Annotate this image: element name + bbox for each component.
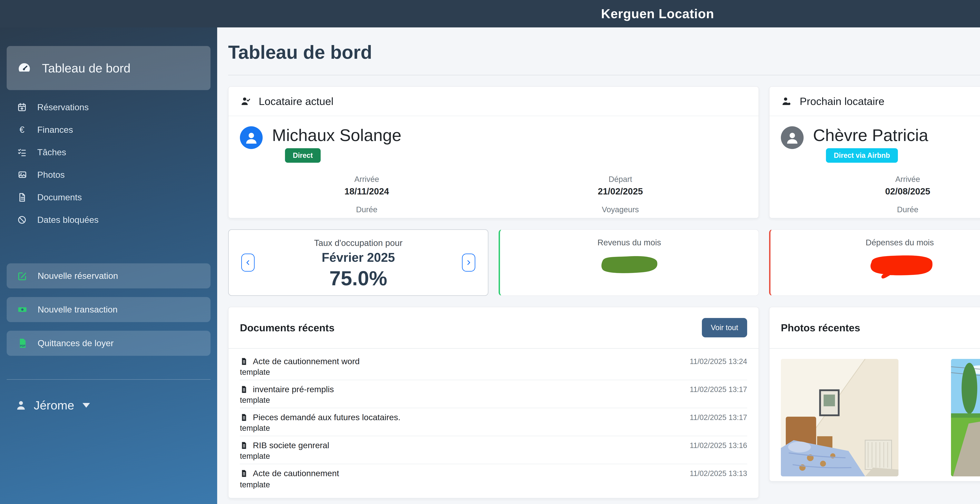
user-icon bbox=[15, 399, 27, 411]
occupancy-card: Taux d'occupation pour Février 2025 75.0… bbox=[228, 229, 488, 296]
checklist-icon bbox=[17, 147, 27, 157]
file-icon bbox=[240, 469, 248, 477]
document-row[interactable]: inventaire pré-remplis 11/02/2025 13:17 … bbox=[240, 380, 747, 408]
document-row[interactable]: Pieces demandé aux futures locataires. 1… bbox=[240, 408, 747, 436]
tenants-row: Locataire actuel Michaux Solange Direct bbox=[228, 86, 980, 218]
gauge-icon bbox=[17, 61, 32, 76]
document-row[interactable]: RIB societe genreral 11/02/2025 13:16 te… bbox=[240, 436, 747, 464]
pencil-square-icon bbox=[17, 270, 28, 281]
documents-header: Documents récents Voir tout bbox=[229, 307, 759, 349]
tenant-name: Chèvre Patricia bbox=[813, 126, 928, 144]
user-next-icon bbox=[781, 95, 792, 107]
sidebar-item-label: Dates bloquées bbox=[37, 215, 99, 225]
user-name: Jérome bbox=[34, 398, 74, 412]
sidebar-item-tableau-de-bord[interactable]: Tableau de bord bbox=[7, 46, 210, 90]
revenue-card: Revenus du mois bbox=[499, 229, 759, 296]
new-transaction-button[interactable]: Nouvelle transaction bbox=[7, 297, 210, 322]
occupancy-value: 75.0% bbox=[229, 267, 488, 290]
sidebar-divider bbox=[7, 379, 210, 380]
document-date: 11/02/2025 13:13 bbox=[690, 469, 747, 478]
title-divider bbox=[228, 75, 980, 75]
sidebar-nav: Tableau de bord Réservations € Finances … bbox=[0, 46, 217, 231]
stat-title: Revenus du mois bbox=[500, 238, 759, 247]
euro-icon: € bbox=[17, 125, 27, 135]
app-title: Kerguen Location bbox=[601, 6, 714, 21]
sidebar-item-label: Tableau de bord bbox=[42, 61, 130, 75]
photos-header: Photos récentes Voir tout bbox=[770, 307, 980, 349]
field-duree: Durée 14 nuits bbox=[781, 205, 980, 218]
current-tenant-body: Michaux Solange Direct Arrivée 18/11/202… bbox=[229, 116, 759, 218]
calendar-plus-icon bbox=[17, 102, 27, 113]
file-icon bbox=[240, 413, 248, 422]
sidebar-item-label: Photos bbox=[37, 170, 65, 180]
channel-badge: Direct via Airbnb bbox=[826, 148, 898, 163]
file-icon bbox=[240, 441, 248, 450]
current-tenant-card: Locataire actuel Michaux Solange Direct bbox=[228, 86, 759, 218]
redacted-value-scribble bbox=[867, 254, 933, 281]
app-root: Kerguen Location Tableau de bord Réserva… bbox=[0, 0, 980, 504]
new-reservation-button[interactable]: Nouvelle réservation bbox=[7, 263, 210, 288]
document-row[interactable]: Acte de cautionnement 11/02/2025 13:13 t… bbox=[240, 464, 747, 492]
sidebar-item-photos[interactable]: Photos bbox=[7, 163, 210, 186]
rent-receipts-button[interactable]: PDF Quittances de loyer bbox=[7, 331, 210, 356]
svg-text:€: € bbox=[19, 125, 24, 135]
chevron-down-icon bbox=[83, 403, 90, 408]
pdf-file-icon: PDF bbox=[17, 338, 28, 349]
prev-month-button[interactable] bbox=[241, 254, 255, 272]
document-date: 11/02/2025 13:17 bbox=[690, 385, 747, 394]
topbar: Kerguen Location bbox=[0, 0, 980, 27]
photo-garden[interactable] bbox=[951, 359, 980, 476]
next-tenant-body: Chèvre Patricia Direct via Airbnb Arrivé… bbox=[770, 116, 980, 218]
next-tenant-card: Prochain locataire Chèvre Patricia Direc… bbox=[769, 86, 980, 218]
action-label: Nouvelle réservation bbox=[38, 271, 118, 281]
sidebar-actions: Nouvelle réservation Nouvelle transactio… bbox=[0, 263, 217, 356]
document-name: inventaire pré-remplis bbox=[253, 385, 334, 394]
sidebar-item-label: Tâches bbox=[37, 147, 66, 157]
document-name: Acte de cautionnement word bbox=[253, 357, 360, 366]
sidebar-item-documents[interactable]: Documents bbox=[7, 186, 210, 209]
main-content: Tableau de bord Locataire actuel bbox=[217, 27, 980, 504]
occupancy-month: Février 2025 bbox=[229, 250, 488, 265]
field-duree: Durée 95 nuits bbox=[240, 205, 493, 218]
sidebar: Tableau de bord Réservations € Finances … bbox=[0, 27, 217, 504]
document-date: 11/02/2025 13:24 bbox=[690, 357, 747, 366]
file-icon bbox=[240, 385, 248, 393]
sidebar-item-dates-bloquees[interactable]: Dates bloquées bbox=[7, 209, 210, 231]
document-name: Pieces demandé aux futures locataires. bbox=[253, 412, 401, 422]
photo-bedroom[interactable] bbox=[781, 359, 899, 476]
avatar bbox=[781, 126, 803, 149]
blocked-icon bbox=[17, 215, 27, 225]
card-title: Locataire actuel bbox=[259, 95, 333, 107]
recent-photos-card: Photos récentes Voir tout bbox=[769, 307, 980, 482]
sidebar-item-finances[interactable]: € Finances bbox=[7, 119, 210, 141]
document-name: RIB societe genreral bbox=[253, 441, 329, 450]
tenant-name: Michaux Solange bbox=[272, 126, 401, 144]
occupancy-title: Taux d'occupation pour bbox=[229, 238, 488, 248]
user-menu[interactable]: Jérome bbox=[7, 398, 210, 412]
document-name: Acte de cautionnement bbox=[253, 469, 339, 478]
expenses-card: Dépenses du mois bbox=[769, 229, 980, 296]
next-month-button[interactable] bbox=[462, 254, 475, 272]
recent-documents-card: Documents récents Voir tout Acte de caut… bbox=[228, 307, 759, 498]
sidebar-item-label: Réservations bbox=[37, 102, 89, 113]
next-tenant-header: Prochain locataire bbox=[770, 87, 980, 116]
documents-view-all-button[interactable]: Voir tout bbox=[702, 318, 747, 338]
document-category: template bbox=[240, 424, 270, 433]
sidebar-item-label: Documents bbox=[37, 192, 82, 203]
sidebar-item-label: Finances bbox=[37, 125, 73, 135]
card-title: Prochain locataire bbox=[800, 95, 885, 107]
stats-row: Taux d'occupation pour Février 2025 75.0… bbox=[228, 229, 980, 296]
document-row[interactable]: Acte de cautionnement word 11/02/2025 13… bbox=[240, 352, 747, 380]
field-voyageurs: Voyageurs 1 personne(s) bbox=[493, 205, 747, 218]
document-date: 11/02/2025 13:16 bbox=[690, 441, 747, 450]
sidebar-item-taches[interactable]: Tâches bbox=[7, 141, 210, 163]
sidebar-item-reservations[interactable]: Réservations bbox=[7, 96, 210, 119]
bottom-row: Documents récents Voir tout Acte de caut… bbox=[228, 307, 980, 498]
chevron-left-icon bbox=[245, 258, 251, 267]
card-title: Documents récents bbox=[240, 322, 334, 334]
tenant-fields: Arrivée 18/11/2024 Départ 21/02/2025 Dur… bbox=[240, 175, 747, 218]
action-label: Nouvelle transaction bbox=[38, 304, 118, 315]
avatar bbox=[240, 126, 262, 149]
documents-list: Acte de cautionnement word 11/02/2025 13… bbox=[229, 349, 759, 492]
card-title: Photos récentes bbox=[781, 322, 860, 334]
